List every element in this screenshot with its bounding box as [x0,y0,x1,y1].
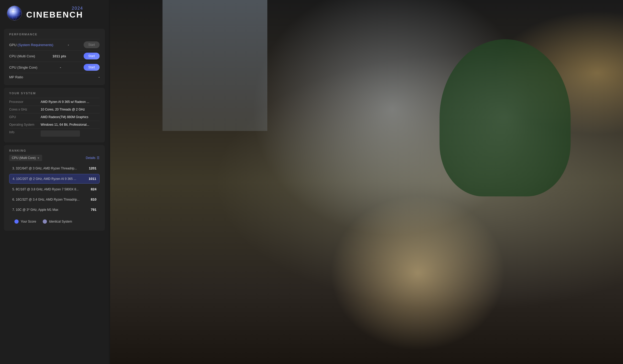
gpu-row: GPU (System Requirements) - Start [9,39,100,50]
gpu-req-text: (System Requirements) [18,43,53,47]
cores-value: 10 Cores, 20 Threads @ 2 GHz [41,108,85,111]
logo-text: 2024 CINEBENCH [26,7,83,19]
ranking-header: RANKING [9,149,100,152]
ranking-card: RANKING CPU (Multi Core) ▼ Details ☰ 3. … [4,145,105,231]
app-header: 2024 CINEBENCH [0,0,109,26]
processor-key: Processor [9,100,38,104]
details-button[interactable]: Details ☰ [86,156,100,160]
os-key: Operating System [9,123,38,126]
details-label: Details [86,156,95,160]
rank-row-5: 5. 8C/16T @ 3.8 GHz, AMD Ryzen 7 5800X 8… [9,185,100,194]
rank-7-score: 791 [83,208,96,212]
rank-6-score: 810 [83,197,96,201]
cinebench-logo-icon [7,5,22,21]
cpu-single-start-button[interactable]: Start [84,64,100,71]
rank-row-4: 4. 10C/20T @ 2 GHz, AMD Ryzen AI 9 365 .… [9,174,100,184]
ranking-dropdown-label: CPU (Multi Core) [12,156,36,160]
cpu-single-score: - [60,65,61,69]
rank-3-score: 1201 [83,166,96,170]
your-system-card: YOUR SYSTEM Processor AMD Ryzen AI 9 365… [4,88,105,142]
filter-icon: ☰ [97,156,100,160]
gpu-info-key: GPU [9,115,38,119]
cpu-multi-score: 1011 pts [52,54,66,58]
processor-value: AMD Ryzen AI 9 365 w/ Radeon ... [41,100,89,104]
processor-row: Processor AMD Ryzen AI 9 365 w/ Radeon .… [9,98,100,106]
cores-row: Cores x GHz 10 Cores, 20 Threads @ 2 GHz [9,106,100,113]
gpu-score: - [68,43,69,47]
identical-system-legend: Identical System [43,219,72,224]
left-panel: 2024 CINEBENCH PERFORMANCE GPU (System R… [0,0,109,364]
mp-ratio-label: MP Ratio [9,75,23,79]
mp-ratio-row: MP Ratio - [9,73,100,81]
rank-3-name: 3. 32C/64T @ 3 GHz, AMD Ryzen Threadrip.… [12,167,83,170]
ranking-dropdown[interactable]: CPU (Multi Core) ▼ [9,155,42,161]
identical-dot [43,219,47,224]
cpu-multi-row: CPU (Multi Core) 1011 pts Start [9,50,100,62]
rank-4-score: 1011 [83,177,96,181]
performance-section-label: PERFORMANCE [9,33,100,36]
cpu-single-label: CPU (Single Core) [9,65,37,69]
your-score-label: Your Score [21,220,36,223]
your-score-legend: Your Score [14,219,36,224]
rank-4-name: 4. 10C/20T @ 2 GHz, AMD Ryzen AI 9 365 .… [13,177,83,181]
cpu-multi-label: CPU (Multi Core) [9,54,35,58]
ranking-dropdown-wrap: CPU (Multi Core) ▼ [9,155,42,161]
gpu-info-value: AMD Radeon(TM) 880M Graphics [41,115,88,119]
your-system-section-label: YOUR SYSTEM [9,92,100,95]
info-value-box [41,130,80,137]
rank-row-6: 6. 16C/32T @ 3.4 GHz, AMD Ryzen Threadri… [9,195,100,204]
rank-6-name: 6. 16C/32T @ 3.4 GHz, AMD Ryzen Threadri… [12,198,83,201]
gpu-label: GPU (System Requirements) [9,43,53,47]
rank-row-7: 7. 10C @ 3* GHz, Apple M1 Max 791 [9,205,100,214]
rank-5-score: 824 [83,187,96,191]
rank-5-name: 5. 8C/16T @ 3.8 GHz, AMD Ryzen 7 5800X 8… [12,187,83,191]
rank-7-name: 7. 10C @ 3* GHz, Apple M1 Max [12,208,83,212]
identical-system-label: Identical System [49,220,72,223]
cpu-single-row: CPU (Single Core) - Start [9,62,100,73]
chair-shape [440,39,571,196]
chevron-down-icon: ▼ [37,157,40,159]
cores-key: Cores x GHz [9,108,38,111]
rank-row-3: 3. 32C/64T @ 3 GHz, AMD Ryzen Threadrip.… [9,164,100,173]
cpu-multi-start-button[interactable]: Start [84,53,100,59]
os-row: Operating System Windows 11, 64 Bit, Pro… [9,121,100,128]
window-light [162,0,267,131]
info-key: Info [9,130,38,134]
os-value: Windows 11, 64 Bit, Professional... [41,123,89,126]
ranking-legend: Your Score Identical System [9,216,100,227]
ranking-section-label: RANKING [9,149,26,152]
gpu-info-row: GPU AMD Radeon(TM) 880M Graphics [9,113,100,121]
svg-point-0 [7,6,22,20]
mp-ratio-score: - [99,75,100,79]
info-row: Info [9,128,100,139]
background-scene [110,0,623,364]
app-title: CINEBENCH [26,10,83,19]
gpu-start-button[interactable]: Start [84,41,100,48]
your-score-dot [14,219,19,224]
performance-card: PERFORMANCE GPU (System Requirements) - … [4,29,105,85]
